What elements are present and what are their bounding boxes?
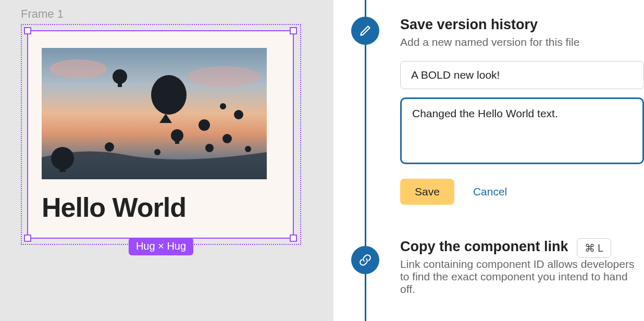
svg-point-14	[245, 146, 251, 152]
selection-handle-bottom-left[interactable]	[24, 234, 31, 242]
version-description-input[interactable]	[400, 97, 644, 164]
instructions-panel: Save version history Add a new named ver…	[333, 0, 644, 321]
link-icon	[351, 246, 379, 274]
svg-point-5	[171, 129, 183, 142]
cancel-button[interactable]: Cancel	[473, 186, 507, 198]
save-version-title: Save version history	[400, 17, 644, 33]
hero-image	[42, 48, 267, 179]
save-version-section: Save version history Add a new named ver…	[400, 17, 644, 205]
keyboard-shortcut-badge: ⌘ L	[577, 238, 612, 258]
svg-point-12	[222, 134, 232, 143]
svg-point-10	[199, 119, 210, 131]
selection-handle-top-right[interactable]	[290, 27, 297, 34]
copy-link-section: Copy the component link ⌘ L Link contain…	[400, 238, 644, 295]
frame-label: Frame 1	[21, 7, 313, 21]
svg-point-1	[49, 59, 107, 78]
card-frame[interactable]: Hello World	[27, 30, 294, 239]
selection-handle-bottom-right[interactable]	[290, 234, 297, 242]
version-name-input[interactable]	[400, 61, 644, 89]
selection-handle-top-left[interactable]	[24, 27, 31, 34]
svg-point-7	[51, 147, 74, 170]
svg-rect-6	[175, 141, 179, 144]
svg-point-16	[154, 149, 160, 155]
pencil-icon	[351, 17, 379, 45]
svg-point-15	[220, 103, 226, 109]
design-canvas[interactable]: Frame 1	[0, 0, 333, 321]
svg-point-13	[234, 110, 243, 119]
card-title-text[interactable]: Hello World	[42, 192, 279, 223]
svg-point-3	[113, 69, 127, 84]
svg-rect-4	[118, 83, 122, 87]
copy-link-title: Copy the component link	[400, 239, 568, 255]
resize-badge: Hug × Hug	[129, 238, 193, 255]
copy-link-subtitle: Link containing component ID allows deve…	[400, 258, 644, 295]
save-version-subtitle: Add a new named version for this file	[400, 36, 644, 48]
save-button[interactable]: Save	[400, 179, 454, 205]
svg-point-2	[188, 66, 261, 87]
autolayout-outline[interactable]: Hello World Hug × Hug	[21, 24, 301, 245]
svg-point-9	[105, 142, 114, 152]
svg-rect-8	[59, 168, 66, 172]
svg-point-11	[205, 144, 214, 152]
